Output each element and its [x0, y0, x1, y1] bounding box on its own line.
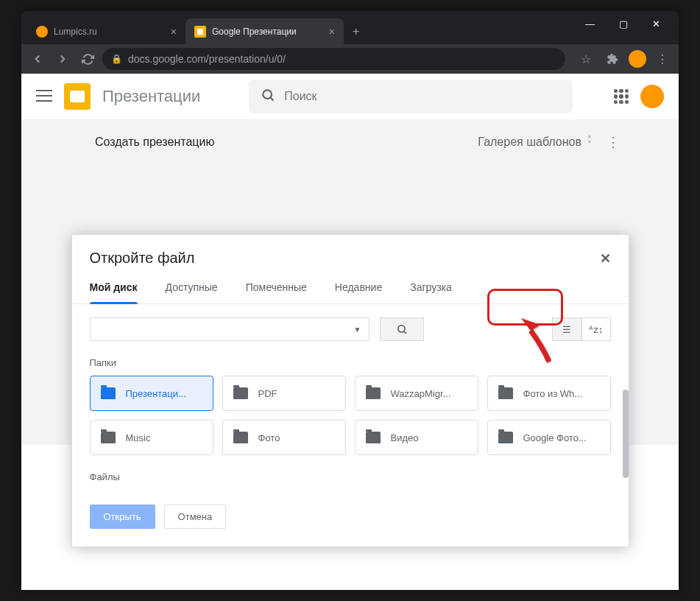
maximize-button[interactable]: ▢ [607, 18, 640, 29]
titlebar: Lumpics.ru × Google Презентации × + — ▢ … [21, 11, 679, 44]
svg-point-1 [397, 326, 404, 332]
scrollbar-thumb[interactable] [623, 390, 629, 478]
new-tab-button[interactable]: + [344, 25, 368, 38]
folder-item[interactable]: Music [90, 420, 213, 455]
browser-tab-slides[interactable]: Google Презентации × [185, 18, 344, 44]
tab-shared[interactable]: Доступные [166, 273, 218, 303]
favicon-slides [194, 26, 206, 38]
folder-icon [233, 432, 248, 443]
folder-icon [366, 387, 381, 399]
modal-close-button[interactable]: ✕ [600, 250, 611, 267]
modal-overlay: Откройте файл ✕ Мой диск Доступные Помеч… [21, 74, 679, 590]
profile-avatar[interactable] [629, 50, 646, 68]
folder-icon [498, 432, 513, 443]
browser-menu-button[interactable]: ⋮ [652, 49, 673, 69]
tab-recent[interactable]: Недавние [335, 273, 382, 303]
favicon-lumpics [36, 26, 48, 38]
folder-icon [101, 432, 116, 443]
folders-grid: Презентаци... PDF WazzapMigr... Фото из … [72, 376, 629, 455]
filter-dropdown[interactable]: ▼ [90, 317, 370, 341]
folders-section-label: Папки [72, 341, 629, 376]
bookmark-button[interactable]: ☆ [576, 49, 596, 69]
folder-item[interactable]: Презентаци... [90, 376, 213, 411]
file-picker-modal: Откройте файл ✕ Мой диск Доступные Помеч… [71, 234, 629, 547]
search-row: ▼ ☰ ᴬᴢ↕ [72, 304, 629, 341]
folder-icon [233, 387, 248, 399]
cancel-button[interactable]: Отмена [164, 505, 227, 529]
files-section-label: Файлы [72, 455, 629, 490]
url-text: docs.google.com/presentation/u/0/ [128, 53, 286, 65]
folder-item[interactable]: Фото [222, 420, 346, 455]
close-icon[interactable]: × [329, 26, 335, 38]
list-view-button[interactable]: ☰ [552, 317, 581, 341]
search-button[interactable] [380, 317, 424, 341]
close-icon[interactable]: × [171, 26, 177, 38]
folder-icon [366, 432, 381, 443]
browser-window: Lumpics.ru × Google Презентации × + — ▢ … [21, 11, 679, 590]
page-content: Презентации Создать презентацию Галерея … [21, 74, 679, 590]
address-bar: 🔒 docs.google.com/presentation/u/0/ ☆ ⋮ [21, 44, 679, 74]
open-button[interactable]: Открыть [90, 505, 155, 529]
folder-item[interactable]: Видео [355, 420, 478, 455]
folder-item[interactable]: PDF [222, 376, 346, 411]
tab-my-drive[interactable]: Мой диск [90, 273, 138, 303]
extensions-button[interactable] [602, 49, 623, 69]
url-input[interactable]: 🔒 docs.google.com/presentation/u/0/ [102, 48, 565, 70]
folder-item[interactable]: Google Фото... [487, 420, 611, 455]
modal-tabs: Мой диск Доступные Помеченные Недавние З… [72, 273, 629, 304]
forward-button[interactable] [52, 49, 73, 69]
lock-icon: 🔒 [111, 54, 122, 64]
back-button[interactable] [27, 49, 48, 69]
folder-icon [498, 387, 513, 399]
browser-tab-lumpics[interactable]: Lumpics.ru × [27, 18, 185, 44]
sort-button[interactable]: ᴬᴢ↕ [581, 317, 611, 341]
modal-footer: Открыть Отмена [72, 490, 629, 546]
reload-button[interactable] [77, 49, 98, 69]
tab-starred[interactable]: Помеченные [246, 273, 307, 303]
folder-item[interactable]: WazzapMigr... [355, 376, 478, 411]
modal-title: Откройте файл [90, 250, 195, 267]
window-controls: — ▢ ✕ [568, 11, 679, 37]
folder-icon [101, 387, 116, 399]
folder-item[interactable]: Фото из Wh... [487, 376, 611, 411]
close-button[interactable]: ✕ [640, 18, 673, 29]
chevron-down-icon: ▼ [354, 326, 361, 334]
browser-tabs: Lumpics.ru × Google Презентации × + [27, 18, 568, 44]
tab-title: Lumpics.ru [54, 27, 165, 37]
minimize-button[interactable]: — [573, 18, 607, 29]
tab-title: Google Презентации [212, 27, 323, 37]
tab-upload[interactable]: Загрузка [410, 273, 452, 303]
